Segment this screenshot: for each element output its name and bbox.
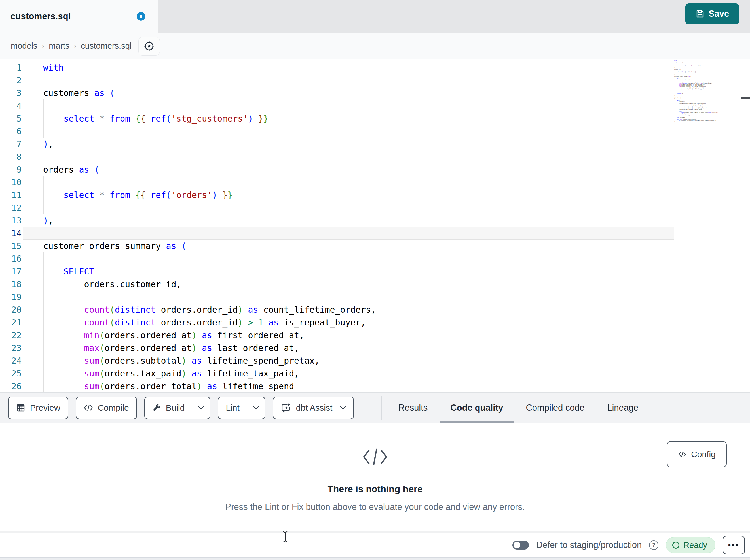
chevron-down-icon (253, 406, 259, 410)
code-line[interactable]: 20 count(distinct orders.order_id) as co… (0, 303, 674, 316)
line-number: 1 (0, 61, 22, 74)
line-number: 17 (0, 265, 22, 278)
breadcrumb-models[interactable]: models (11, 41, 37, 51)
breadcrumb: models › marts › customers.sql (11, 41, 132, 51)
code-line[interactable]: 21 count(distinct orders.order_id) > 1 a… (0, 316, 674, 329)
breadcrumb-separator: › (74, 42, 77, 50)
code-line[interactable]: 3customers as ( (0, 87, 674, 99)
line-number: 9 (0, 163, 22, 176)
line-number: 15 (0, 240, 22, 252)
editor-tab-bar: customers.sql + (0, 0, 750, 33)
line-number: 23 (0, 341, 22, 354)
line-number: 4 (0, 99, 22, 112)
ibeam-cursor-icon (282, 531, 289, 543)
code-line[interactable]: 18 orders.customer_id, (0, 278, 674, 291)
tab-lineage[interactable]: Lineage (607, 393, 638, 423)
code-line[interactable]: 10 (0, 176, 674, 189)
line-number: 19 (0, 291, 22, 303)
line-number: 14 (0, 227, 22, 240)
code-line[interactable]: 12 (0, 201, 674, 214)
line-number: 12 (0, 201, 22, 214)
more-options-button[interactable]: ••• (723, 536, 745, 554)
code-line[interactable]: 24 sum(orders.subtotal) as lifetime_spen… (0, 354, 674, 367)
preview-button[interactable]: Preview (8, 397, 68, 419)
status-badge-ready: Ready (666, 537, 715, 553)
unsaved-changes-dot-icon (137, 12, 145, 21)
code-line[interactable]: 13), (0, 214, 674, 227)
code-line[interactable]: 22 min(orders.ordered_at) as first_order… (0, 329, 674, 341)
line-number: 11 (0, 189, 22, 201)
lint-dropdown-button[interactable] (247, 397, 265, 419)
panel-tabs: Results Code quality Compiled code Linea… (398, 393, 638, 423)
code-line[interactable]: 8 (0, 150, 674, 163)
code-line[interactable]: 15customer_orders_summary as ( (0, 240, 674, 252)
code-line[interactable]: 5 select * from {{ ref('stg_customers') … (0, 112, 674, 125)
tab-compiled-code[interactable]: Compiled code (526, 393, 585, 423)
defer-toggle[interactable] (512, 541, 529, 549)
breadcrumb-separator: › (42, 42, 44, 50)
line-number: 10 (0, 176, 22, 189)
code-line[interactable]: 17 SELECT (0, 265, 674, 278)
minimap[interactable]: with customers as ( select * from {{ ref… (674, 60, 741, 392)
code-line[interactable]: 26 sum(orders.order_total) as lifetime_s… (0, 380, 674, 392)
breadcrumb-bar: models › marts › customers.sql (0, 33, 750, 60)
line-number: 3 (0, 87, 22, 99)
line-number: 16 (0, 252, 22, 265)
defer-label: Defer to staging/production (536, 540, 642, 550)
compass-icon (143, 40, 155, 53)
build-dropdown-button[interactable] (192, 397, 210, 419)
overview-ruler-marker (741, 97, 750, 99)
tab-results[interactable]: Results (398, 393, 428, 423)
code-editor[interactable]: 1with23customers as (45 select * from {{… (0, 60, 750, 392)
empty-state: There is nothing here Press the Lint or … (0, 423, 750, 531)
code-line[interactable]: 19 (0, 291, 674, 303)
breadcrumb-file[interactable]: customers.sql (81, 41, 132, 51)
breadcrumb-marts[interactable]: marts (49, 41, 70, 51)
chevron-down-icon (340, 406, 346, 410)
line-number: 2 (0, 74, 22, 87)
dbt-assist-button[interactable]: dbt Assist (273, 397, 354, 419)
code-line[interactable]: 1with (0, 61, 674, 74)
action-strip: Preview Compile Build Lin (0, 392, 750, 423)
editor-toolbar: Preview Compile Build Lin (8, 393, 354, 423)
help-icon[interactable]: ? (649, 540, 658, 550)
code-line[interactable]: 6 (0, 125, 674, 138)
explore-lineage-button[interactable] (138, 37, 160, 56)
code-line[interactable]: 23 max(orders.ordered_at) as last_ordere… (0, 341, 674, 354)
assist-sparkle-chat-icon (281, 402, 292, 413)
tab-title: customers.sql (11, 11, 71, 22)
code-line[interactable]: 25 sum(orders.tax_paid) as lifetime_tax_… (0, 367, 674, 380)
status-bar: Defer to staging/production ? Ready ••• (0, 533, 750, 557)
code-quality-panel: Config There is nothing here Press the L… (0, 423, 750, 531)
panel-separator (0, 531, 750, 533)
line-number: 20 (0, 303, 22, 316)
compile-button[interactable]: Compile (76, 397, 137, 419)
line-number: 25 (0, 367, 22, 380)
build-button[interactable]: Build (144, 397, 211, 419)
code-line[interactable]: 7), (0, 138, 674, 150)
code-line[interactable]: 11 select * from {{ ref('orders') }} (0, 189, 674, 201)
line-number: 6 (0, 125, 22, 138)
empty-state-title: There is nothing here (328, 484, 423, 495)
empty-state-subtitle: Press the Lint or Fix button above to ev… (225, 502, 525, 512)
line-number: 13 (0, 214, 22, 227)
lint-button[interactable]: Lint (218, 397, 265, 419)
tab-code-quality[interactable]: Code quality (450, 393, 503, 423)
line-number: 18 (0, 278, 22, 291)
chevron-down-icon (198, 406, 204, 410)
line-number: 8 (0, 150, 22, 163)
code-line[interactable]: 2 (0, 74, 674, 87)
tab-customers-sql[interactable]: customers.sql (0, 0, 158, 33)
code-lines: 1with23customers as (45 select * from {{… (0, 61, 674, 392)
code-line[interactable]: 14 (0, 227, 674, 240)
code-slash-icon (360, 448, 390, 466)
save-button[interactable]: Save (685, 3, 739, 24)
code-line[interactable]: 4 (0, 99, 674, 112)
line-number: 24 (0, 354, 22, 367)
bottom-edge-strip (0, 557, 750, 560)
wrench-icon (152, 403, 161, 412)
line-number: 5 (0, 112, 22, 125)
code-line[interactable]: 9orders as ( (0, 163, 674, 176)
minimap-content: with customers as ( select * from {{ ref… (674, 60, 741, 125)
code-line[interactable]: 16 (0, 252, 674, 265)
